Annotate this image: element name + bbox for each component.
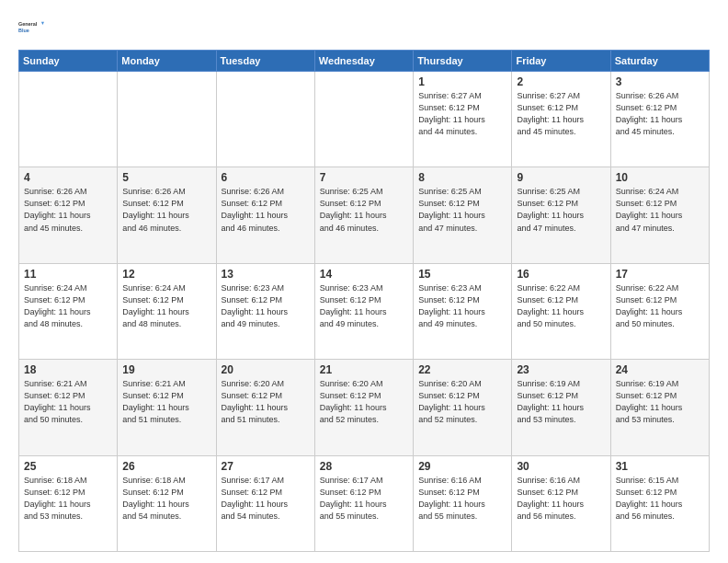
day-number: 13 (222, 268, 310, 281)
calendar-day-cell: 25Sunrise: 6:18 AM Sunset: 6:12 PM Dayli… (19, 455, 118, 551)
day-number: 10 (616, 171, 704, 184)
day-info: Sunrise: 6:18 AM Sunset: 6:12 PM Dayligh… (24, 475, 112, 523)
calendar-week-row: 11Sunrise: 6:24 AM Sunset: 6:12 PM Dayli… (19, 263, 710, 359)
weekday-header: Sunday (19, 51, 118, 72)
day-number: 12 (122, 268, 210, 281)
calendar-day-cell: 18Sunrise: 6:21 AM Sunset: 6:12 PM Dayli… (19, 360, 118, 455)
day-number: 8 (418, 171, 506, 184)
day-info: Sunrise: 6:17 AM Sunset: 6:12 PM Dayligh… (222, 475, 310, 523)
calendar-day-cell: 9Sunrise: 6:25 AM Sunset: 6:12 PM Daylig… (512, 167, 610, 263)
logo-icon: General Blue (18, 15, 44, 40)
calendar-week-row: 25Sunrise: 6:18 AM Sunset: 6:12 PM Dayli… (19, 455, 710, 551)
day-number: 24 (616, 363, 704, 376)
calendar-day-cell: 23Sunrise: 6:19 AM Sunset: 6:12 PM Dayli… (512, 360, 610, 455)
day-info: Sunrise: 6:16 AM Sunset: 6:12 PM Dayligh… (418, 475, 506, 523)
day-number: 3 (616, 75, 704, 88)
calendar-day-cell (118, 72, 216, 167)
day-info: Sunrise: 6:22 AM Sunset: 6:12 PM Dayligh… (517, 282, 605, 330)
calendar-day-cell (19, 72, 118, 167)
calendar-week-row: 1Sunrise: 6:27 AM Sunset: 6:12 PM Daylig… (19, 72, 710, 167)
day-number: 11 (24, 268, 112, 281)
day-info: Sunrise: 6:20 AM Sunset: 6:12 PM Dayligh… (418, 378, 506, 426)
calendar-day-cell: 11Sunrise: 6:24 AM Sunset: 6:12 PM Dayli… (19, 263, 118, 359)
day-number: 16 (517, 268, 605, 281)
day-info: Sunrise: 6:22 AM Sunset: 6:12 PM Dayligh… (616, 282, 704, 330)
calendar-day-cell: 30Sunrise: 6:16 AM Sunset: 6:12 PM Dayli… (512, 455, 610, 551)
calendar-table: SundayMondayTuesdayWednesdayThursdayFrid… (18, 50, 710, 552)
day-info: Sunrise: 6:26 AM Sunset: 6:12 PM Dayligh… (616, 90, 704, 138)
day-number: 22 (418, 363, 506, 376)
calendar-day-cell: 2Sunrise: 6:27 AM Sunset: 6:12 PM Daylig… (512, 72, 610, 167)
day-info: Sunrise: 6:19 AM Sunset: 6:12 PM Dayligh… (616, 378, 704, 426)
day-info: Sunrise: 6:24 AM Sunset: 6:12 PM Dayligh… (616, 186, 704, 234)
svg-text:General: General (18, 21, 38, 27)
header: General Blue (18, 15, 710, 40)
calendar-day-cell: 4Sunrise: 6:26 AM Sunset: 6:12 PM Daylig… (19, 167, 118, 263)
day-number: 15 (418, 268, 506, 281)
day-info: Sunrise: 6:17 AM Sunset: 6:12 PM Dayligh… (320, 475, 408, 523)
day-number: 5 (122, 171, 210, 184)
calendar-day-cell: 31Sunrise: 6:15 AM Sunset: 6:12 PM Dayli… (610, 455, 709, 551)
day-number: 20 (222, 363, 310, 376)
day-info: Sunrise: 6:26 AM Sunset: 6:12 PM Dayligh… (24, 186, 112, 234)
calendar-day-cell (314, 72, 413, 167)
day-number: 31 (616, 460, 704, 473)
calendar-day-cell: 28Sunrise: 6:17 AM Sunset: 6:12 PM Dayli… (314, 455, 413, 551)
svg-text:Blue: Blue (18, 28, 29, 33)
day-number: 18 (24, 363, 112, 376)
weekday-header: Thursday (414, 51, 512, 72)
day-number: 29 (418, 460, 506, 473)
calendar-day-cell: 15Sunrise: 6:23 AM Sunset: 6:12 PM Dayli… (414, 263, 512, 359)
weekday-header: Saturday (610, 51, 709, 72)
day-number: 28 (320, 460, 408, 473)
day-number: 9 (517, 171, 605, 184)
day-number: 26 (122, 460, 210, 473)
day-info: Sunrise: 6:27 AM Sunset: 6:12 PM Dayligh… (517, 90, 605, 138)
day-number: 17 (616, 268, 704, 281)
calendar-day-cell: 21Sunrise: 6:20 AM Sunset: 6:12 PM Dayli… (314, 360, 413, 455)
calendar-day-cell (216, 72, 314, 167)
calendar-day-cell: 3Sunrise: 6:26 AM Sunset: 6:12 PM Daylig… (610, 72, 709, 167)
calendar-day-cell: 10Sunrise: 6:24 AM Sunset: 6:12 PM Dayli… (610, 167, 709, 263)
day-info: Sunrise: 6:23 AM Sunset: 6:12 PM Dayligh… (222, 282, 310, 330)
day-info: Sunrise: 6:24 AM Sunset: 6:12 PM Dayligh… (122, 282, 210, 330)
day-info: Sunrise: 6:19 AM Sunset: 6:12 PM Dayligh… (517, 378, 605, 426)
day-info: Sunrise: 6:16 AM Sunset: 6:12 PM Dayligh… (517, 475, 605, 523)
calendar-day-cell: 19Sunrise: 6:21 AM Sunset: 6:12 PM Dayli… (118, 360, 216, 455)
calendar-day-cell: 27Sunrise: 6:17 AM Sunset: 6:12 PM Dayli… (216, 455, 314, 551)
calendar-day-cell: 29Sunrise: 6:16 AM Sunset: 6:12 PM Dayli… (414, 455, 512, 551)
day-number: 25 (24, 460, 112, 473)
day-number: 21 (320, 363, 408, 376)
calendar-header-row: SundayMondayTuesdayWednesdayThursdayFrid… (19, 51, 710, 72)
day-number: 30 (517, 460, 605, 473)
day-number: 27 (222, 460, 310, 473)
day-number: 14 (320, 268, 408, 281)
day-info: Sunrise: 6:18 AM Sunset: 6:12 PM Dayligh… (122, 475, 210, 523)
calendar-week-row: 4Sunrise: 6:26 AM Sunset: 6:12 PM Daylig… (19, 167, 710, 263)
calendar-day-cell: 20Sunrise: 6:20 AM Sunset: 6:12 PM Dayli… (216, 360, 314, 455)
day-info: Sunrise: 6:27 AM Sunset: 6:12 PM Dayligh… (418, 90, 506, 138)
calendar-day-cell: 7Sunrise: 6:25 AM Sunset: 6:12 PM Daylig… (314, 167, 413, 263)
day-info: Sunrise: 6:23 AM Sunset: 6:12 PM Dayligh… (320, 282, 408, 330)
day-info: Sunrise: 6:15 AM Sunset: 6:12 PM Dayligh… (616, 475, 704, 523)
calendar-day-cell: 8Sunrise: 6:25 AM Sunset: 6:12 PM Daylig… (414, 167, 512, 263)
day-number: 19 (122, 363, 210, 376)
day-number: 4 (24, 171, 112, 184)
svg-marker-2 (41, 22, 44, 25)
day-number: 7 (320, 171, 408, 184)
weekday-header: Friday (512, 51, 610, 72)
day-number: 1 (418, 75, 506, 88)
calendar-day-cell: 14Sunrise: 6:23 AM Sunset: 6:12 PM Dayli… (314, 263, 413, 359)
calendar-day-cell: 22Sunrise: 6:20 AM Sunset: 6:12 PM Dayli… (414, 360, 512, 455)
calendar-day-cell: 13Sunrise: 6:23 AM Sunset: 6:12 PM Dayli… (216, 263, 314, 359)
day-info: Sunrise: 6:26 AM Sunset: 6:12 PM Dayligh… (222, 186, 310, 234)
day-info: Sunrise: 6:21 AM Sunset: 6:12 PM Dayligh… (24, 378, 112, 426)
calendar-day-cell: 26Sunrise: 6:18 AM Sunset: 6:12 PM Dayli… (118, 455, 216, 551)
weekday-header: Monday (118, 51, 216, 72)
weekday-header: Tuesday (216, 51, 314, 72)
day-info: Sunrise: 6:21 AM Sunset: 6:12 PM Dayligh… (122, 378, 210, 426)
day-number: 2 (517, 75, 605, 88)
day-info: Sunrise: 6:25 AM Sunset: 6:12 PM Dayligh… (517, 186, 605, 234)
calendar-day-cell: 16Sunrise: 6:22 AM Sunset: 6:12 PM Dayli… (512, 263, 610, 359)
calendar-day-cell: 12Sunrise: 6:24 AM Sunset: 6:12 PM Dayli… (118, 263, 216, 359)
